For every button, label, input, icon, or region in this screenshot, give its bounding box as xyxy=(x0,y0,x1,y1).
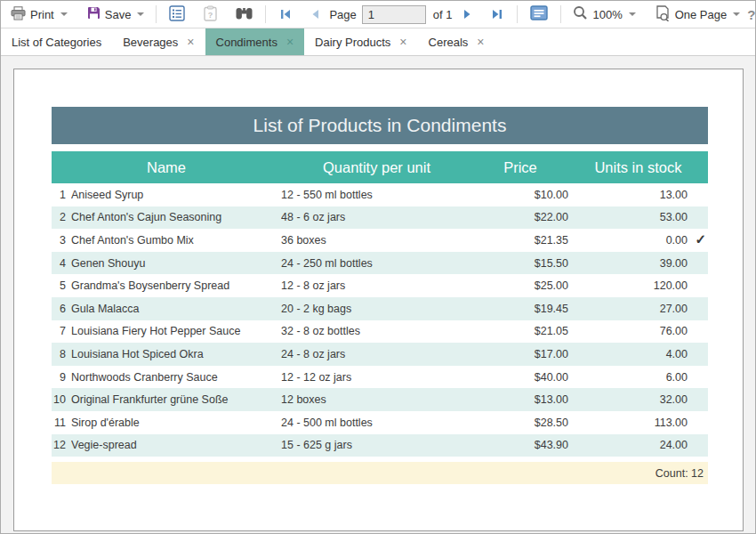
last-page-icon xyxy=(492,9,503,20)
column-header-quantity: Quantity per unit xyxy=(281,159,472,176)
price-cell: $17.00 xyxy=(472,348,568,360)
price-cell: $40.00 xyxy=(472,371,568,384)
chevron-down-icon xyxy=(137,12,144,16)
row-number-cell: 11 xyxy=(52,417,66,429)
table-row: 7Louisiana Fiery Hot Pepper Sauce32 - 8 … xyxy=(52,320,708,344)
report: List of Products in Condiments Name Quan… xyxy=(52,107,708,484)
tab-list-of-categories[interactable]: List of Categories xyxy=(1,28,112,55)
units-in-stock-cell: 27.00 xyxy=(568,303,708,315)
row-number-cell: 8 xyxy=(52,348,66,360)
report-viewer-window: Print Save xyxy=(0,0,756,534)
binoculars-icon xyxy=(236,7,253,22)
page-number-input[interactable] xyxy=(362,5,426,24)
chevron-down-icon xyxy=(629,12,636,16)
table-row: 5Grandma's Boysenberry Spread12 - 8 oz j… xyxy=(52,274,708,297)
product-name-cell: Genen Shouyu xyxy=(71,257,281,270)
quantity-cell: 24 - 500 ml bottles xyxy=(281,417,472,429)
previous-page-button[interactable] xyxy=(305,6,326,22)
product-name-cell: Aniseed Syrup xyxy=(71,189,281,201)
units-in-stock-cell: 13.00 xyxy=(568,189,708,201)
units-in-stock-cell: 113.00 xyxy=(568,417,708,429)
page-count-label: of 1 xyxy=(433,8,453,21)
product-name-cell: Chef Anton's Gumbo Mix xyxy=(71,234,281,247)
quantity-cell: 12 - 12 oz jars xyxy=(281,371,472,384)
close-icon[interactable]: × xyxy=(187,36,194,48)
product-name-cell: Gula Malacca xyxy=(71,303,281,315)
quantity-cell: 24 - 8 oz jars xyxy=(281,348,472,360)
quantity-cell: 32 - 8 oz bottles xyxy=(281,325,472,337)
units-in-stock-cell: 24.00 xyxy=(568,439,708,451)
toolbar-separator xyxy=(517,5,518,23)
close-icon[interactable]: × xyxy=(477,36,484,48)
row-number-cell: 12 xyxy=(52,439,66,451)
view-mode-control[interactable]: One Page xyxy=(652,3,744,27)
product-name-cell: Grandma's Boysenberry Spread xyxy=(71,279,281,292)
first-page-icon xyxy=(280,9,291,20)
save-icon xyxy=(87,6,101,22)
view-toggle-button[interactable] xyxy=(526,3,552,26)
print-label: Print xyxy=(30,8,54,21)
close-icon[interactable]: × xyxy=(399,36,406,48)
parameters-icon xyxy=(169,5,185,24)
row-number-cell: 3 xyxy=(52,234,66,247)
last-page-button[interactable] xyxy=(486,6,509,22)
table-row: 1Aniseed Syrup12 - 550 ml bottles$10.001… xyxy=(52,183,708,206)
price-cell: $43.90 xyxy=(472,439,568,451)
report-title: List of Products in Condiments xyxy=(52,107,708,144)
quantity-cell: 12 - 8 oz jars xyxy=(281,279,472,292)
row-number-cell: 10 xyxy=(52,393,66,406)
help-button[interactable]: ? xyxy=(744,5,756,24)
zoom-value: 100% xyxy=(592,8,622,21)
tab-label: Condiments xyxy=(216,36,277,49)
document-map-button: ? xyxy=(199,3,221,27)
toolbar: Print Save xyxy=(1,1,755,28)
chevron-down-icon xyxy=(60,12,68,16)
table-row: 11Sirop d'érable24 - 500 ml bottles$28.5… xyxy=(52,411,708,434)
tab-label: Beverages xyxy=(123,36,178,49)
tab-beverages[interactable]: Beverages× xyxy=(112,28,205,55)
search-button[interactable] xyxy=(231,4,257,25)
table-row: 4Genen Shouyu24 - 250 ml bottles$15.5039… xyxy=(52,252,708,275)
save-button[interactable]: Save xyxy=(84,4,149,25)
toolbar-separator xyxy=(560,5,561,23)
row-number-cell: 6 xyxy=(52,303,66,315)
product-name-cell: Original Frankfurter grüne Soße xyxy=(71,393,281,406)
tab-cereals[interactable]: Cereals× xyxy=(418,28,495,55)
count-label: Count: 12 xyxy=(655,467,704,480)
first-page-button[interactable] xyxy=(274,6,297,22)
price-cell: $28.50 xyxy=(472,417,568,429)
check-icon: ✓ xyxy=(695,231,706,247)
quantity-cell: 20 - 2 kg bags xyxy=(281,303,472,315)
row-number-cell: 4 xyxy=(52,257,66,270)
row-number-cell: 1 xyxy=(52,189,66,201)
units-in-stock-cell: 76.00 xyxy=(568,325,708,337)
product-name-cell: Louisiana Hot Spiced Okra xyxy=(71,348,281,360)
toolbar-separator xyxy=(156,5,157,23)
price-cell: $25.00 xyxy=(472,279,568,292)
table-row: 8Louisiana Hot Spiced Okra24 - 8 oz jars… xyxy=(52,343,708,366)
product-name-cell: Vegie-spread xyxy=(71,439,281,451)
quantity-cell: 48 - 6 oz jars xyxy=(281,211,472,223)
parameters-button[interactable] xyxy=(165,3,189,27)
units-in-stock-cell: 0.00✓ xyxy=(568,234,708,247)
svg-text:?: ? xyxy=(208,10,213,19)
table-body: 1Aniseed Syrup12 - 550 ml bottles$10.001… xyxy=(52,183,708,457)
tab-dairy-products[interactable]: Dairy Products× xyxy=(304,28,417,55)
quantity-cell: 24 - 250 ml bottles xyxy=(281,257,472,270)
tab-label: Dairy Products xyxy=(315,36,390,49)
row-number-cell: 2 xyxy=(52,211,66,223)
price-cell: $13.00 xyxy=(472,393,568,406)
quantity-cell: 12 - 550 ml bottles xyxy=(281,189,472,201)
column-header-name: Name xyxy=(52,159,281,176)
product-name-cell: Sirop d'érable xyxy=(71,417,281,429)
zoom-control[interactable]: 100% xyxy=(569,3,639,26)
next-page-button[interactable] xyxy=(457,6,478,22)
table-row: 3Chef Anton's Gumbo Mix36 boxes$21.350.0… xyxy=(52,229,708,252)
close-icon[interactable]: × xyxy=(286,36,294,48)
column-header-price: Price xyxy=(472,159,568,176)
tab-condiments[interactable]: Condiments× xyxy=(205,28,305,55)
table-row: 10Original Frankfurter grüne Soße12 boxe… xyxy=(52,388,708,411)
table-row: 12Vegie-spread15 - 625 g jars$43.9024.00 xyxy=(52,434,708,457)
print-button[interactable]: Print xyxy=(7,4,71,26)
previous-page-icon xyxy=(311,9,319,20)
